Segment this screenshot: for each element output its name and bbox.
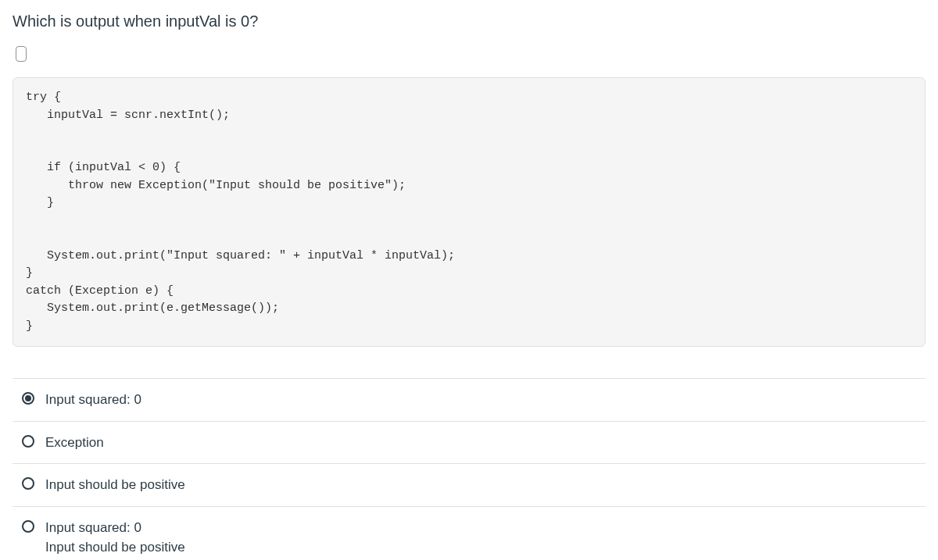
- answer-option-3[interactable]: Input should be positive: [13, 463, 925, 506]
- attachment-icon: [16, 46, 27, 62]
- code-block: try { inputVal = scnr.nextInt(); if (inp…: [13, 77, 925, 347]
- question-prompt: Which is output when inputVal is 0?: [13, 12, 925, 30]
- radio-icon: [22, 435, 34, 448]
- answer-option-1[interactable]: Input squared: 0: [13, 378, 925, 421]
- answer-label: Input squared: 0 Input should be positiv…: [45, 518, 185, 558]
- answer-label: Input should be positive: [45, 475, 185, 495]
- answer-option-2[interactable]: Exception: [13, 421, 925, 464]
- radio-icon: [22, 392, 34, 405]
- answer-option-4[interactable]: Input squared: 0 Input should be positiv…: [13, 506, 925, 561]
- radio-icon: [22, 477, 34, 490]
- answer-label: Input squared: 0: [45, 390, 141, 410]
- answer-label: Exception: [45, 433, 104, 453]
- radio-icon: [22, 520, 34, 533]
- answers-list: Input squared: 0 Exception Input should …: [13, 378, 925, 560]
